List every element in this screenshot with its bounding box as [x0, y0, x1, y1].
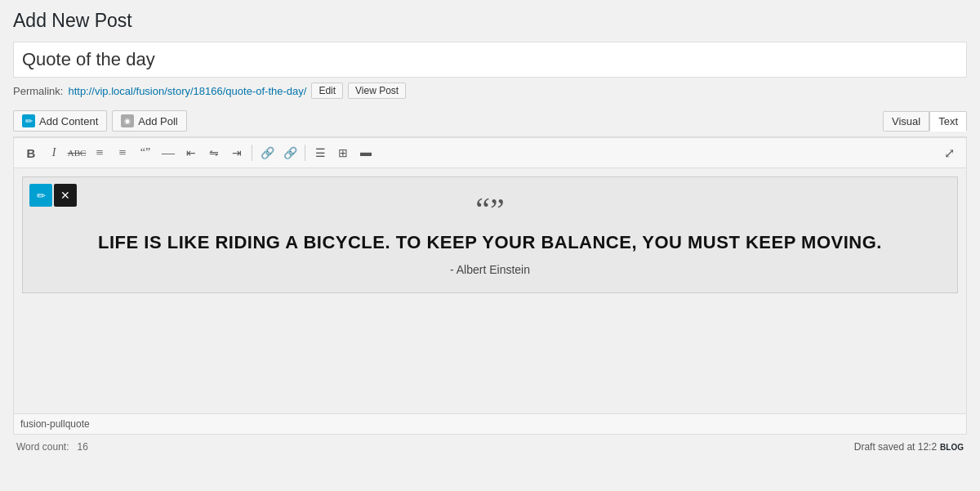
- blockquote-button[interactable]: “”: [135, 142, 156, 163]
- word-count-value: 16: [78, 441, 88, 453]
- link-button[interactable]: 🔗: [256, 142, 278, 163]
- pullquote-edit-button[interactable]: ✏: [29, 184, 52, 207]
- editor-statusbar: fusion-pullquote: [14, 413, 966, 434]
- ordered-list-button[interactable]: ≡: [112, 142, 133, 163]
- add-poll-label: Add Poll: [138, 115, 177, 127]
- blog-logo: BLOG: [940, 443, 964, 452]
- toolbar-row: ✏ Add Content ◉ Add Poll Visual Text: [13, 107, 967, 137]
- align-right-button[interactable]: ⇥: [226, 142, 247, 163]
- draft-saved-text: Draft saved at 12:2: [854, 441, 937, 453]
- grid-button[interactable]: ⊞: [332, 142, 354, 163]
- visual-text-tabs: Visual Text: [883, 111, 967, 132]
- format-toolbar: B I ABC ≡ ≡ “” — ⇤ ⇋ ⇥ 🔗 🔗 ☰ ⊞ ▬ ⤢: [14, 138, 966, 168]
- bottom-bar: Word count: 16 Draft saved at 12:2 BLOG: [13, 436, 967, 454]
- pullquote-close-button[interactable]: ✕: [54, 184, 77, 207]
- pullquote-controls: ✏ ✕: [29, 184, 77, 207]
- bold-button[interactable]: B: [20, 142, 42, 163]
- page-title: Add New Post: [13, 10, 967, 32]
- pullquote-text: LIFE IS LIKE RIDING A BICYCLE. TO KEEP Y…: [47, 231, 933, 255]
- tab-visual[interactable]: Visual: [883, 111, 929, 132]
- expand-button[interactable]: ⤢: [938, 142, 960, 163]
- add-content-button[interactable]: ✏ Add Content: [13, 110, 107, 132]
- align-left-button[interactable]: ⇤: [180, 142, 202, 163]
- italic-button[interactable]: I: [43, 142, 65, 163]
- horizontal-rule-button[interactable]: —: [158, 142, 179, 163]
- shortcode-label: fusion-pullquote: [20, 418, 90, 430]
- toolbar-separator-1: [252, 145, 252, 161]
- edit-permalink-button[interactable]: Edit: [311, 83, 343, 99]
- table-button[interactable]: ☰: [310, 142, 331, 163]
- view-post-button[interactable]: View Post: [348, 83, 406, 99]
- add-poll-icon: ◉: [121, 114, 134, 127]
- permalink-url[interactable]: http://vip.local/fusion/story/18166/quot…: [68, 85, 306, 97]
- pullquote-block: ✏ ✕ “” LIFE IS LIKE RIDING A BICYCLE. TO…: [22, 176, 958, 293]
- add-content-icon: ✏: [22, 114, 35, 127]
- tab-text[interactable]: Text: [929, 111, 967, 132]
- post-title-input[interactable]: [13, 42, 967, 78]
- toolbar-separator-2: [305, 145, 305, 161]
- add-poll-button[interactable]: ◉ Add Poll: [112, 110, 186, 132]
- editor-area: B I ABC ≡ ≡ “” — ⇤ ⇋ ⇥ 🔗 🔗 ☰ ⊞ ▬ ⤢ ✏: [13, 137, 967, 435]
- full-width-button[interactable]: ▬: [355, 142, 376, 163]
- add-content-label: Add Content: [39, 115, 98, 127]
- pullquote-open-marks: “”: [47, 194, 933, 226]
- page-wrapper: Add New Post Permalink: http://vip.local…: [0, 0, 980, 491]
- strikethrough-button[interactable]: ABC: [66, 142, 87, 163]
- toolbar-left: ✏ Add Content ◉ Add Poll: [13, 110, 187, 132]
- word-count: Word count: 16: [16, 441, 88, 453]
- permalink-label: Permalink:: [13, 85, 63, 97]
- editor-content[interactable]: ✏ ✕ “” LIFE IS LIKE RIDING A BICYCLE. TO…: [14, 168, 966, 413]
- pullquote-author: - Albert Einstein: [47, 263, 933, 276]
- align-center-button[interactable]: ⇋: [203, 142, 225, 163]
- word-count-label: Word count:: [16, 441, 69, 453]
- permalink-bar: Permalink: http://vip.local/fusion/story…: [13, 83, 967, 99]
- draft-saved: Draft saved at 12:2 BLOG: [854, 441, 964, 453]
- unordered-list-button[interactable]: ≡: [89, 142, 110, 163]
- unlink-button[interactable]: 🔗: [279, 142, 301, 163]
